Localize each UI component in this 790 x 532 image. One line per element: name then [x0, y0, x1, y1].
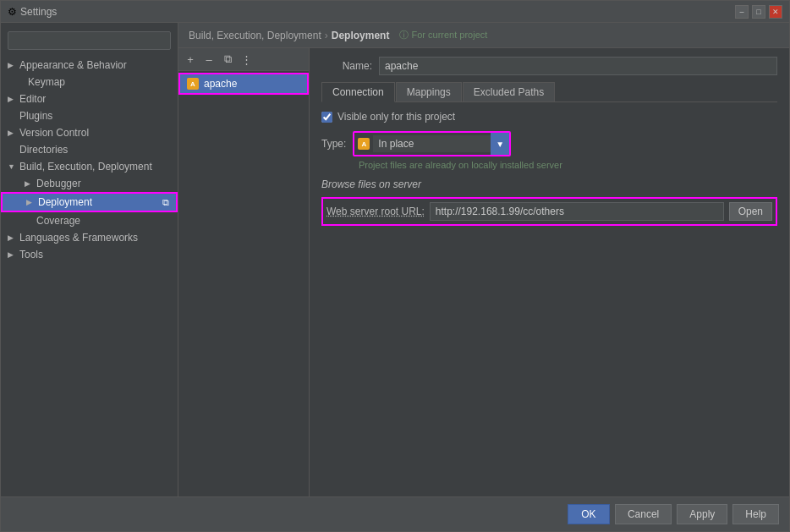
tab-connection[interactable]: Connection [321, 82, 395, 102]
sidebar-item-label: Build, Execution, Deployment [19, 161, 152, 173]
breadcrumb-part1: Build, Execution, Deployment [189, 30, 321, 41]
type-select-container: A In place FTP SFTP Local or mounted fol… [353, 131, 511, 156]
config-panel: Name: Connection Mappings Excluded Paths… [310, 48, 789, 496]
breadcrumb-sep: › [325, 30, 328, 41]
sidebar-item-label: Debugger [36, 178, 81, 189]
sidebar-item-tools[interactable]: ▶ Tools [1, 246, 178, 263]
sidebar-item-deployment[interactable]: ▶ Deployment ⧉ [1, 192, 178, 212]
type-icon: A [358, 138, 370, 150]
search-box[interactable] [8, 31, 171, 50]
sidebar-item-label: Plugins [19, 110, 52, 122]
sidebar-item-debugger[interactable]: ▶ Debugger [1, 175, 178, 192]
type-dropdown-button[interactable]: ▼ [491, 133, 509, 155]
sidebar-item-appearance[interactable]: ▶ Appearance & Behavior [1, 57, 178, 74]
apply-button[interactable]: Apply [677, 504, 727, 524]
server-list-panel: + – ⧉ ⋮ A apache [178, 48, 310, 496]
server-list: A apache [178, 71, 309, 496]
url-row: Web server root URL: Open [321, 197, 777, 226]
sidebar-item-plugins[interactable]: Plugins [1, 107, 178, 124]
arrow-icon: ▶ [8, 95, 16, 103]
cancel-button[interactable]: Cancel [615, 504, 672, 524]
bottom-bar: OK Cancel Apply Help [1, 496, 789, 531]
sidebar: ▶ Appearance & Behavior Keymap ▶ Editor … [1, 23, 178, 496]
type-hint: Project files are already on locally ins… [359, 160, 777, 170]
arrow-icon: ▼ [8, 162, 16, 171]
sidebar-item-coverage[interactable]: Coverage [1, 212, 178, 229]
settings-window: ⚙ Settings – □ ✕ ▶ Appearance & Behavior… [0, 0, 790, 532]
panel-area: + – ⧉ ⋮ A apache [178, 48, 789, 496]
minimize-button[interactable]: – [735, 5, 749, 19]
breadcrumb: Build, Execution, Deployment › Deploymen… [178, 23, 789, 48]
type-row: Type: A In place FTP SFTP Local or mount… [321, 131, 777, 156]
type-label: Type: [321, 138, 346, 150]
window-controls: – □ ✕ [735, 5, 782, 19]
browse-section-title: Browse files on server [321, 178, 777, 190]
sidebar-item-label: Editor [19, 93, 46, 105]
sidebar-item-keymap[interactable]: Keymap [1, 74, 178, 90]
maximize-button[interactable]: □ [752, 5, 765, 19]
name-row: Name: [321, 57, 777, 75]
help-button[interactable]: Help [732, 504, 779, 524]
arrow-icon: ▶ [8, 61, 16, 69]
toolbar: + – ⧉ ⋮ [178, 48, 309, 71]
breadcrumb-part2: Deployment [332, 30, 390, 41]
url-input[interactable] [430, 202, 724, 221]
breadcrumb-suffix: ⓘ For current project [399, 29, 487, 41]
main-panel: Build, Execution, Deployment › Deploymen… [178, 23, 789, 496]
tab-excluded-paths[interactable]: Excluded Paths [463, 82, 555, 101]
arrow-icon: ▶ [8, 233, 16, 242]
open-button[interactable]: Open [729, 202, 772, 221]
name-input[interactable] [379, 57, 777, 75]
sidebar-item-label: Directories [19, 144, 68, 156]
url-label: Web server root URL: [326, 206, 425, 217]
sidebar-item-label: Tools [19, 249, 43, 261]
visible-checkbox-row: Visible only for this project [321, 111, 777, 123]
tab-mappings[interactable]: Mappings [396, 82, 462, 101]
window-icon: ⚙ [8, 6, 17, 18]
sidebar-item-version-control[interactable]: ▶ Version Control [1, 124, 178, 141]
more-button[interactable]: ⋮ [238, 51, 255, 68]
sidebar-item-label: Version Control [19, 127, 89, 139]
sidebar-item-label: Appearance & Behavior [19, 59, 127, 71]
tabs: Connection Mappings Excluded Paths [321, 82, 777, 102]
main-content: ▶ Appearance & Behavior Keymap ▶ Editor … [1, 23, 789, 496]
sidebar-item-languages[interactable]: ▶ Languages & Frameworks [1, 229, 178, 246]
server-item-apache[interactable]: A apache [178, 73, 309, 95]
sidebar-item-editor[interactable]: ▶ Editor [1, 90, 178, 107]
server-icon: A [187, 78, 199, 90]
close-button[interactable]: ✕ [769, 5, 782, 19]
arrow-icon: ▶ [26, 198, 35, 206]
sidebar-item-label: Keymap [28, 76, 65, 88]
add-button[interactable]: + [182, 51, 199, 68]
title-bar: ⚙ Settings – □ ✕ [1, 1, 789, 23]
arrow-icon: ▶ [25, 179, 33, 188]
search-input[interactable] [8, 31, 171, 50]
sidebar-item-label: Coverage [36, 215, 80, 227]
sidebar-item-directories[interactable]: Directories [1, 141, 178, 158]
ok-button[interactable]: OK [568, 504, 610, 524]
arrow-icon: ▶ [8, 250, 16, 259]
sidebar-item-label: Deployment [38, 196, 92, 208]
server-name: apache [204, 78, 237, 90]
visible-checkbox[interactable] [321, 112, 332, 123]
copy-icon: ⧉ [162, 197, 169, 208]
copy-button[interactable]: ⧉ [219, 51, 236, 68]
name-label: Name: [321, 60, 372, 72]
arrow-icon: ▶ [8, 129, 16, 137]
sidebar-item-build-exec-deploy[interactable]: ▼ Build, Execution, Deployment [1, 158, 178, 175]
visible-label: Visible only for this project [337, 111, 455, 123]
window-title: Settings [20, 6, 57, 18]
remove-button[interactable]: – [200, 51, 217, 68]
type-select[interactable]: In place FTP SFTP Local or mounted folde… [373, 135, 491, 152]
sidebar-item-label: Languages & Frameworks [19, 232, 138, 244]
